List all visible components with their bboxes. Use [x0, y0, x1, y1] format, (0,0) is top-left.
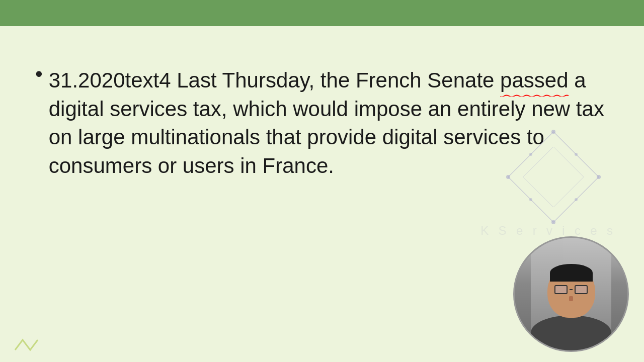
bottom-left-decoration	[10, 335, 40, 357]
word-passed: passed	[500, 66, 568, 95]
bullet-dot: •	[35, 63, 43, 84]
watermark-text: K S e r v i c e s	[480, 224, 614, 237]
webcam-video	[513, 236, 629, 352]
svg-point-9	[575, 198, 578, 201]
slide-content: • 31.2020text4 Last Thursday, the French…	[0, 26, 644, 362]
person-face	[515, 238, 627, 350]
svg-point-7	[575, 153, 578, 156]
svg-point-2	[551, 130, 555, 134]
top-bar	[0, 0, 644, 26]
text-part1: 31.2020text4 Last Thursday, the French S…	[49, 68, 500, 92]
watermark-area: K S e r v i c e s	[480, 222, 614, 238]
svg-point-8	[529, 198, 532, 201]
svg-point-6	[529, 153, 532, 156]
diamond-decoration	[503, 127, 604, 227]
svg-point-5	[506, 175, 510, 179]
svg-marker-0	[508, 132, 599, 222]
svg-point-3	[597, 175, 601, 179]
svg-marker-1	[523, 147, 584, 207]
